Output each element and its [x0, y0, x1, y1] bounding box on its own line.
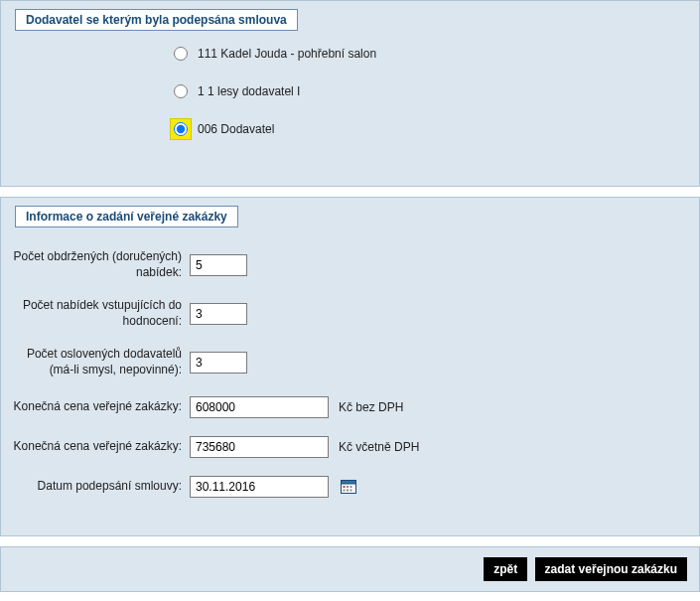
supplier-radio-2[interactable]: [174, 122, 188, 136]
label-price-with-vat: Konečná cena veřejné zakázky:: [1, 439, 190, 455]
button-bar: zpět zadat veřejnou zakázku: [0, 546, 700, 592]
svg-rect-2: [344, 486, 346, 488]
supplier-label-1: 1 1 lesy dodavatel I: [198, 84, 300, 98]
label-offers-evaluated: Počet nabídek vstupujících do hodnocení:: [1, 298, 190, 329]
svg-rect-3: [347, 486, 349, 488]
row-offers-evaluated: Počet nabídek vstupujících do hodnocení:: [1, 298, 699, 329]
suffix-price-with-vat: Kč včetně DPH: [339, 440, 419, 454]
radio-icon: [170, 43, 192, 65]
supplier-option-1[interactable]: 1 1 lesy dodavatel I: [170, 80, 699, 102]
svg-rect-6: [347, 489, 349, 491]
supplier-option-2[interactable]: 006 Dodavatel: [170, 118, 699, 140]
label-suppliers-addressed: Počet oslovených dodavatelů (má-li smysl…: [1, 347, 190, 377]
suffix-price-no-vat: Kč bez DPH: [339, 400, 403, 414]
input-price-with-vat[interactable]: [190, 436, 329, 458]
label-offers-received: Počet obdržených (doručených) nabídek:: [1, 249, 190, 280]
supplier-label-0: 111 Kadel Jouda - pohřební salon: [198, 47, 376, 61]
input-price-no-vat[interactable]: [190, 396, 329, 418]
info-form: Počet obdržených (doručených) nabídek: P…: [1, 239, 699, 535]
row-price-with-vat: Konečná cena veřejné zakázky: Kč včetně …: [1, 436, 699, 458]
info-panel-legend: Informace o zadání veřejné zakázky: [15, 206, 238, 227]
row-suppliers-addressed: Počet oslovených dodavatelů (má-li smysl…: [1, 347, 699, 377]
svg-rect-7: [350, 489, 352, 491]
svg-rect-5: [344, 489, 346, 491]
label-sign-date: Datum podepsání smlouvy:: [1, 479, 190, 495]
svg-rect-1: [342, 480, 356, 484]
radio-icon: [170, 80, 192, 102]
row-offers-received: Počet obdržených (doručených) nabídek:: [1, 249, 699, 280]
input-suppliers-addressed[interactable]: [190, 352, 247, 374]
row-sign-date: Datum podepsání smlouvy:: [1, 476, 699, 498]
calendar-icon[interactable]: [341, 480, 356, 494]
back-button[interactable]: zpět: [484, 557, 527, 581]
input-sign-date[interactable]: [190, 476, 329, 498]
input-offers-evaluated[interactable]: [190, 303, 247, 325]
svg-rect-4: [350, 486, 352, 488]
supplier-radio-list: 111 Kadel Jouda - pohřební salon 1 1 les…: [1, 43, 699, 186]
supplier-radio-1[interactable]: [174, 84, 188, 98]
submit-button[interactable]: zadat veřejnou zakázku: [535, 557, 687, 581]
input-offers-received[interactable]: [190, 254, 247, 276]
info-panel: Informace o zadání veřejné zakázky Počet…: [0, 197, 700, 536]
label-price-no-vat: Konečná cena veřejné zakázky:: [1, 399, 190, 415]
supplier-option-0[interactable]: 111 Kadel Jouda - pohřební salon: [170, 43, 699, 65]
radio-highlight: [170, 118, 192, 140]
supplier-label-2: 006 Dodavatel: [198, 122, 274, 136]
supplier-panel-legend: Dodavatel se kterým byla podepsána smlou…: [15, 9, 298, 31]
row-price-no-vat: Konečná cena veřejné zakázky: Kč bez DPH: [1, 396, 699, 418]
supplier-radio-0[interactable]: [174, 47, 188, 61]
supplier-panel: Dodavatel se kterým byla podepsána smlou…: [0, 0, 700, 187]
